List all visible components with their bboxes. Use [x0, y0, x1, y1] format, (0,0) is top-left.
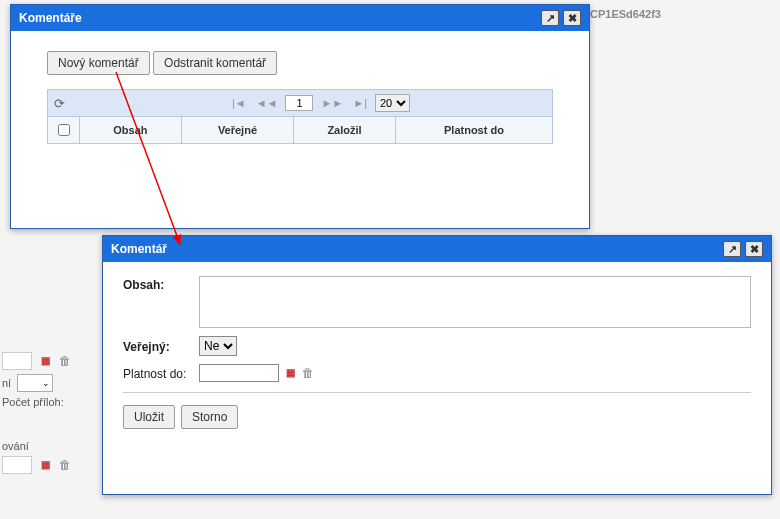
col-obsah: Obsah: [80, 117, 182, 144]
pager-next-icon[interactable]: ►►: [319, 97, 345, 109]
comments-dialog: Komentáře ↗ ✖ Nový komentář Odstranit ko…: [10, 4, 590, 229]
calendar-icon[interactable]: ▦: [38, 354, 52, 368]
bg-select-label: ní: [2, 377, 11, 389]
obsah-textarea[interactable]: [199, 276, 751, 328]
cancel-button[interactable]: Storno: [181, 405, 238, 429]
comments-table: Obsah Veřejné Založil Platnost do: [47, 117, 553, 144]
calendar-icon[interactable]: ▦: [38, 458, 52, 472]
platnost-input[interactable]: [199, 364, 279, 382]
col-verejne: Veřejné: [181, 117, 293, 144]
bg-select[interactable]: ⌄: [17, 374, 53, 392]
maximize-button[interactable]: ↗: [723, 241, 741, 257]
col-platnost: Platnost do: [395, 117, 552, 144]
dialog-titlebar: Komentář ↗ ✖: [103, 236, 771, 262]
select-all-checkbox[interactable]: [58, 124, 70, 136]
bg-input-2[interactable]: [2, 456, 32, 474]
pager-size-select[interactable]: 20: [375, 94, 410, 112]
dialog-title-text: Komentář: [111, 242, 167, 256]
background-code: CP1ESd642f3: [590, 8, 661, 20]
trash-icon[interactable]: 🗑: [58, 458, 72, 472]
maximize-button[interactable]: ↗: [541, 10, 559, 26]
trash-icon[interactable]: 🗑: [301, 366, 315, 380]
label-platnost: Platnost do:: [123, 365, 199, 381]
col-zalozil: Založil: [294, 117, 396, 144]
dialog-title-text: Komentáře: [19, 11, 82, 25]
calendar-icon[interactable]: ▦: [283, 366, 297, 380]
pager: ⟳ |◄ ◄◄ ►► ►| 20: [47, 89, 553, 117]
pager-first-icon[interactable]: |◄: [230, 97, 248, 109]
pager-prev-icon[interactable]: ◄◄: [254, 97, 280, 109]
trash-icon[interactable]: 🗑: [58, 354, 72, 368]
close-button[interactable]: ✖: [563, 10, 581, 26]
new-comment-button[interactable]: Nový komentář: [47, 51, 150, 75]
label-verejny: Veřejný:: [123, 338, 199, 354]
delete-comment-button[interactable]: Odstranit komentář: [153, 51, 277, 75]
comment-edit-dialog: Komentář ↗ ✖ Obsah: Veřejný: Ne Platnost…: [102, 235, 772, 495]
verejny-select[interactable]: Ne: [199, 336, 237, 356]
pager-last-icon[interactable]: ►|: [351, 97, 369, 109]
refresh-icon[interactable]: ⟳: [54, 96, 65, 111]
dialog-titlebar: Komentáře ↗ ✖: [11, 5, 589, 31]
bg-count-label: Počet příloh:: [2, 396, 64, 408]
bg-section-label: ování: [2, 440, 29, 452]
close-button[interactable]: ✖: [745, 241, 763, 257]
save-button[interactable]: Uložit: [123, 405, 175, 429]
divider: [123, 392, 751, 393]
pager-page-input[interactable]: [285, 95, 313, 111]
bg-input[interactable]: [2, 352, 32, 370]
label-obsah: Obsah:: [123, 276, 199, 292]
